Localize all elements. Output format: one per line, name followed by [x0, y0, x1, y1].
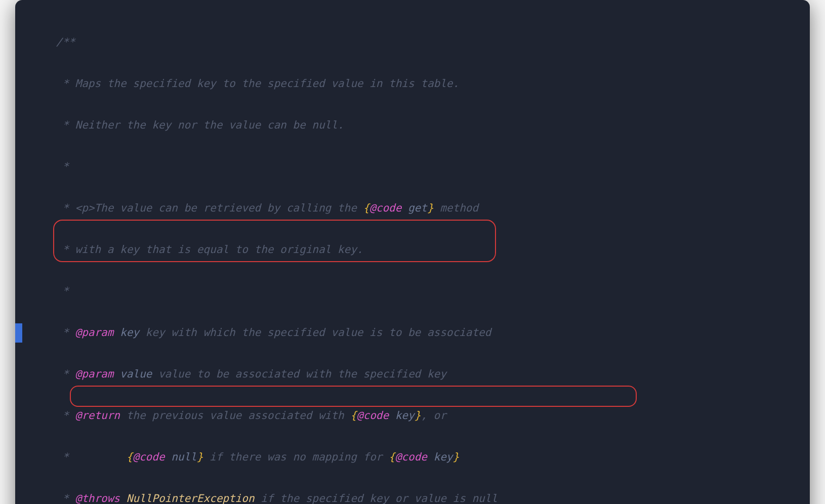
caret-indicator: [15, 323, 22, 343]
code-line: * with a key that is equal to the origin…: [30, 239, 810, 260]
javadoc-throws-exception: NullPointerException: [120, 492, 255, 504]
code-line: * {@code null} if there was no mapping f…: [30, 447, 810, 468]
code-block[interactable]: /** * Maps the specified key to the spec…: [15, 11, 810, 504]
javadoc-line: *: [56, 160, 69, 173]
code-line: *: [30, 281, 810, 302]
javadoc-line: *: [56, 285, 69, 297]
javadoc-line: * Neither the key nor the value can be n…: [56, 119, 344, 131]
javadoc-throws-tag: @throws: [75, 492, 120, 504]
javadoc-param-tag: @param: [75, 368, 114, 380]
javadoc-line: * <p>The value can be retrieved by calli…: [56, 202, 363, 214]
code-line: * @throws NullPointerException if the sp…: [30, 488, 810, 504]
javadoc-line: * with a key that is equal to the origin…: [56, 243, 363, 256]
code-line: * Maps the specified key to the specifie…: [30, 73, 810, 94]
code-line: *: [30, 156, 810, 177]
code-line: * @param value value to be associated wi…: [30, 364, 810, 385]
javadoc-param-tag: @param: [75, 326, 114, 339]
code-line: * <p>The value can be retrieved by calli…: [30, 198, 810, 219]
javadoc-open: /**: [56, 36, 75, 48]
code-line: * @return the previous value associated …: [30, 405, 810, 426]
code-line: * Neither the key nor the value can be n…: [30, 115, 810, 136]
javadoc-line: * Maps the specified key to the specifie…: [56, 77, 460, 90]
code-line: * @param key key with which the specifie…: [30, 322, 810, 343]
code-editor: /** * Maps the specified key to the spec…: [15, 0, 810, 504]
code-line: /**: [30, 32, 810, 53]
javadoc-return-tag: @return: [75, 409, 120, 422]
